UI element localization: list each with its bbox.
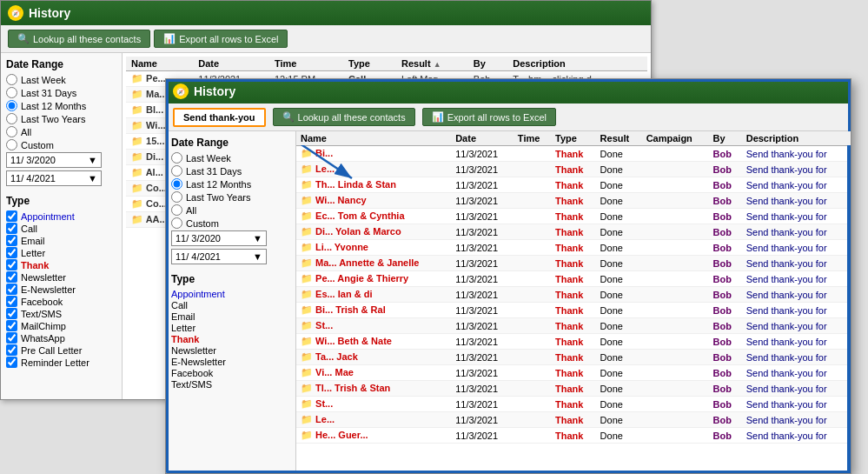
front-col-header-name[interactable]: Name	[296, 131, 451, 146]
front-date-from-input[interactable]: 11/ 3/2020 ▼	[171, 230, 267, 246]
col-header-time[interactable]: Time	[269, 57, 343, 71]
table-row[interactable]: 📁 Bi... 11/3/2021 Thank Done Bob Send th…	[296, 146, 851, 162]
front-type-letter[interactable]: Letter	[171, 323, 290, 333]
date-range-title: Date Range	[6, 58, 116, 70]
compass-icon: 🧭	[8, 5, 23, 21]
col-header-type[interactable]: Type	[343, 57, 396, 71]
front-date-option-last31[interactable]: Last 31 Days	[171, 165, 290, 177]
date-to-input[interactable]: 11/ 4/2021 ▼	[6, 170, 102, 186]
front-type-textsms[interactable]: Text/SMS	[171, 379, 290, 390]
front-type-email[interactable]: Email	[171, 311, 290, 322]
front-col-header-result[interactable]: Result	[596, 131, 642, 146]
type-email[interactable]: Email	[6, 235, 116, 246]
table-row[interactable]: 📁 St... 11/3/2021 Thank Done Bob Send th…	[296, 397, 851, 412]
table-row[interactable]: 📁 Tl... Trish & Stan 11/3/2021 Thank Don…	[296, 381, 851, 397]
date-option-custom[interactable]: Custom	[6, 139, 116, 150]
back-window-title: History	[29, 6, 70, 20]
send-thankyou-button[interactable]: Send thank-you	[173, 108, 266, 127]
table-row[interactable]: 📁 St... 11/3/2021 Thank Done Bob Send th…	[296, 318, 851, 334]
front-calendar-to-icon: ▼	[253, 251, 262, 262]
type-title: Type	[6, 195, 116, 207]
front-type-section: Type Appointment Call Email Letter Thank	[171, 273, 290, 390]
front-date-option-custom[interactable]: Custom	[171, 217, 290, 229]
type-precall[interactable]: Pre Call Letter	[6, 344, 116, 356]
front-date-option-last2years[interactable]: Last Two Years	[171, 191, 290, 203]
front-export-button[interactable]: 📊 Export all rows to Excel	[422, 108, 556, 126]
date-option-all[interactable]: All	[6, 126, 116, 137]
type-reminder[interactable]: Reminder Letter	[6, 357, 116, 368]
col-header-by[interactable]: By	[468, 57, 507, 71]
front-sidebar: Date Range Last Week Last 31 Days Last 1…	[166, 131, 296, 473]
front-col-header-type[interactable]: Type	[551, 131, 596, 146]
date-option-last31[interactable]: Last 31 Days	[6, 87, 116, 98]
front-date-range-title: Date Range	[171, 137, 290, 149]
table-row[interactable]: 📁 Le... 11/3/2021 Thank Done Bob Send th…	[296, 412, 851, 428]
front-date-to-input[interactable]: 11/ 4/2021 ▼	[171, 249, 267, 264]
date-option-last2years[interactable]: Last Two Years	[6, 113, 116, 124]
type-whatsapp[interactable]: WhatsApp	[6, 332, 116, 344]
col-header-desc[interactable]: Description	[507, 57, 647, 71]
calendar-from-icon: ▼	[88, 155, 97, 165]
table-row[interactable]: 📁 Es... Ian & di 11/3/2021 Thank Done Bo…	[296, 287, 851, 303]
table-row[interactable]: 📁 Wi... Beth & Nate 11/3/2021 Thank Done…	[296, 334, 851, 350]
type-call[interactable]: Call	[6, 223, 116, 234]
sort-arrow-result: ▲	[434, 60, 441, 69]
front-date-option-last-week[interactable]: Last Week	[171, 152, 290, 164]
back-toolbar: 🔍 Lookup all these contacts 📊 Export all…	[1, 25, 651, 53]
front-col-header-by[interactable]: By	[709, 131, 742, 146]
type-enewsletter[interactable]: E-Newsletter	[6, 284, 116, 295]
back-export-button[interactable]: 📊 Export all rows to Excel	[154, 30, 288, 48]
table-row[interactable]: 📁 Pe... Angie & Thierry 11/3/2021 Thank …	[296, 271, 851, 287]
front-type-call[interactable]: Call	[171, 300, 290, 310]
back-titlebar: 🧭 History	[1, 1, 651, 25]
table-row[interactable]: 📁 Ta... Jack 11/3/2021 Thank Done Bob Se…	[296, 350, 851, 365]
front-type-appointment[interactable]: Appointment	[171, 289, 290, 299]
date-option-last-week[interactable]: Last Week	[6, 74, 116, 85]
excel-icon-front: 📊	[432, 111, 444, 123]
front-type-title: Type	[171, 273, 290, 285]
back-lookup-button[interactable]: 🔍 Lookup all these contacts	[8, 30, 150, 48]
table-row[interactable]: 📁 Li... Yvonne 11/3/2021 Thank Done Bob …	[296, 240, 851, 256]
front-data-table: Name Date Time Type Result Campaign By D…	[296, 131, 851, 444]
excel-icon: 📊	[163, 33, 176, 44]
table-row[interactable]: 📁 Ec... Tom & Cynthia 11/3/2021 Thank Do…	[296, 209, 851, 224]
type-mailchimp[interactable]: MailChimp	[6, 320, 116, 331]
front-date-option-all[interactable]: All	[171, 204, 290, 216]
lookup-icon-front: 🔍	[282, 111, 295, 123]
front-window: 🧭 History Send thank-you 🔍 Lookup all th…	[165, 78, 851, 474]
table-row[interactable]: 📁 Bi... Trish & Ral 11/3/2021 Thank Done…	[296, 303, 851, 318]
front-col-header-time[interactable]: Time	[514, 131, 551, 146]
front-window-title: History	[194, 84, 235, 98]
type-thank[interactable]: Thank	[6, 259, 116, 270]
front-main-content: Name Date Time Type Result Campaign By D…	[296, 131, 851, 473]
type-letter[interactable]: Letter	[6, 247, 116, 258]
front-type-enewsletter[interactable]: E-Newsletter	[171, 357, 290, 367]
col-header-date[interactable]: Date	[193, 57, 269, 71]
calendar-to-icon: ▼	[88, 173, 97, 184]
front-col-header-campaign[interactable]: Campaign	[642, 131, 709, 146]
col-header-name[interactable]: Name	[126, 57, 193, 71]
front-date-option-last12months[interactable]: Last 12 Months	[171, 178, 290, 190]
date-option-last12months[interactable]: Last 12 Months	[6, 100, 116, 111]
table-row[interactable]: 📁 Vi... Mae 11/3/2021 Thank Done Bob Sen…	[296, 365, 851, 381]
front-toolbar: Send thank-you 🔍 Lookup all these contac…	[166, 103, 851, 131]
type-newsletter[interactable]: Newsletter	[6, 271, 116, 283]
table-row[interactable]: 📁 Di... Yolan & Marco 11/3/2021 Thank Do…	[296, 224, 851, 240]
date-from-input[interactable]: 11/ 3/2020 ▼	[6, 152, 102, 168]
front-type-thank[interactable]: Thank	[171, 334, 290, 344]
table-row[interactable]: 📁 He... Guer... 11/3/2021 Thank Done Bob…	[296, 428, 851, 444]
front-calendar-from-icon: ▼	[253, 233, 262, 244]
front-type-facebook[interactable]: Facebook	[171, 368, 290, 378]
type-facebook[interactable]: Facebook	[6, 296, 116, 307]
table-row[interactable]: 📁 Le... 11/3/2021 Thank Done Bob Send th…	[296, 162, 851, 177]
table-row[interactable]: 📁 Th... Linda & Stan 11/3/2021 Thank Don…	[296, 177, 851, 193]
front-type-newsletter[interactable]: Newsletter	[171, 345, 290, 356]
front-col-header-desc[interactable]: Description	[742, 131, 851, 146]
type-textsms[interactable]: Text/SMS	[6, 308, 116, 319]
type-appointment[interactable]: Appointment	[6, 210, 116, 222]
front-lookup-button[interactable]: 🔍 Lookup all these contacts	[273, 108, 415, 126]
col-header-result[interactable]: Result ▲	[396, 57, 468, 71]
table-row[interactable]: 📁 Wi... Nancy 11/3/2021 Thank Done Bob S…	[296, 193, 851, 209]
front-col-header-date[interactable]: Date	[451, 131, 514, 146]
table-row[interactable]: 📁 Ma... Annette & Janelle 11/3/2021 Than…	[296, 256, 851, 271]
